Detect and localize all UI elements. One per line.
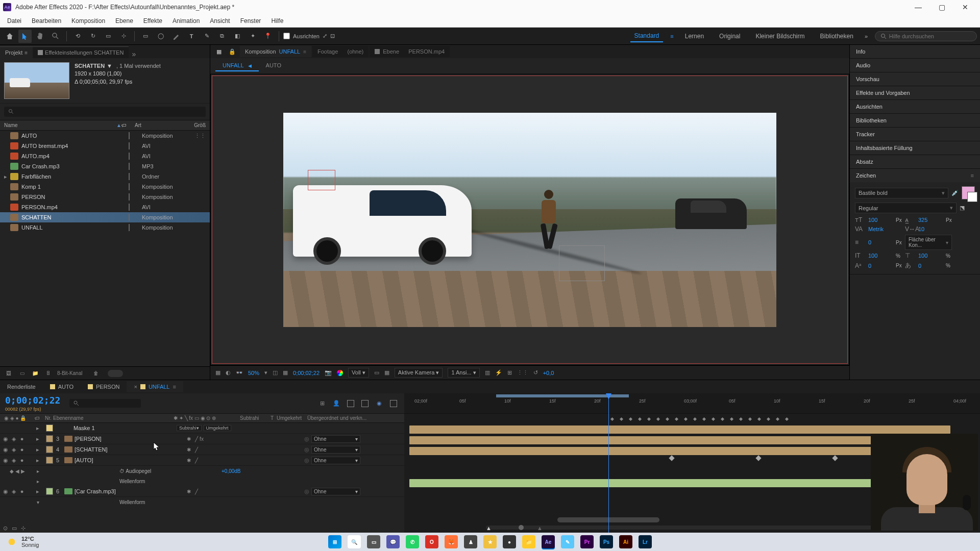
- menu-bearbeiten[interactable]: Bearbeiten: [27, 15, 66, 27]
- fill-color-swatch[interactable]: [962, 186, 975, 199]
- camera-tool[interactable]: ▭: [102, 30, 115, 43]
- sort-icon[interactable]: ▲: [116, 122, 121, 128]
- frame-blend-icon[interactable]: [345, 398, 356, 409]
- tsume[interactable]: 0: [918, 263, 943, 269]
- project-item[interactable]: Car Crash.mp3 MP3: [0, 161, 210, 171]
- panel-header[interactable]: Audio: [850, 59, 980, 72]
- workspace-overflow-icon[interactable]: »: [865, 33, 868, 39]
- leading[interactable]: 325: [918, 217, 943, 223]
- workspace-bibliotheken[interactable]: Bibliotheken: [816, 31, 857, 42]
- flowtab-auto[interactable]: AUTO: [259, 60, 288, 71]
- ellipse-tool[interactable]: ◯: [154, 30, 167, 43]
- minimize-button[interactable]: —: [906, 0, 930, 14]
- project-item[interactable]: ▸ Farbflächen Ordner: [0, 171, 210, 182]
- timeline-tab[interactable]: PERSON: [81, 381, 127, 392]
- pixel-aspect-icon[interactable]: ▥: [485, 369, 490, 376]
- reset-exp-icon[interactable]: ↺: [533, 369, 538, 376]
- project-item[interactable]: AUTO Komposition ⋮⋮: [0, 131, 210, 141]
- snap-opt2-icon[interactable]: ⊡: [330, 33, 335, 39]
- taskbar-explorer[interactable]: 📁: [520, 533, 537, 550]
- fast-preview-icon[interactable]: ⚡: [495, 369, 502, 376]
- pan-behind-tool[interactable]: ⊹: [117, 30, 130, 43]
- panel-menu-icon[interactable]: ≡: [971, 172, 974, 179]
- taskbar-ai[interactable]: Ai: [617, 533, 634, 550]
- panel-header[interactable]: Vorschau: [850, 72, 980, 86]
- comp-tab-layer[interactable]: Ebene PERSON.mp4: [370, 46, 450, 57]
- taskbar-app3[interactable]: ✎: [559, 533, 576, 550]
- grid-icon[interactable]: ▦: [283, 369, 288, 376]
- adjust-icon[interactable]: 🎚: [44, 369, 53, 378]
- font-style-select[interactable]: Regular▾: [855, 203, 957, 213]
- eraser-tool[interactable]: ◧: [231, 30, 244, 43]
- col-label[interactable]: 🏷: [121, 122, 135, 128]
- comp-mini-icon[interactable]: ⊞: [316, 398, 328, 409]
- snap-opt1-icon[interactable]: ⤢: [323, 33, 327, 39]
- workspace-kleiner[interactable]: Kleiner Bildschirm: [751, 31, 808, 42]
- toggle[interactable]: [108, 370, 123, 377]
- menu-komposition[interactable]: Komposition: [66, 15, 110, 27]
- pen-tool[interactable]: [169, 30, 183, 43]
- selection-tool[interactable]: [18, 30, 32, 43]
- new-comp-icon[interactable]: ▭: [17, 369, 27, 378]
- draft3d-icon[interactable]: [388, 398, 399, 409]
- toggle-switches-icon[interactable]: ⊙: [3, 525, 8, 532]
- hand-tool[interactable]: [34, 30, 47, 43]
- orbit-tool[interactable]: ⟲: [71, 30, 84, 43]
- close-button[interactable]: ✕: [953, 0, 977, 14]
- toggle-parent-icon[interactable]: ⊹: [21, 525, 26, 532]
- project-search[interactable]: [4, 107, 206, 117]
- channel-icon[interactable]: [337, 370, 343, 376]
- col-size[interactable]: Größ: [176, 122, 206, 128]
- toggle-modes-icon[interactable]: ▭: [12, 525, 17, 532]
- taskbar-lr[interactable]: Lr: [636, 533, 654, 550]
- text-tool[interactable]: T: [185, 30, 198, 43]
- transparency-icon[interactable]: ▦: [384, 369, 389, 376]
- project-item[interactable]: AUTO.mp4 AVI: [0, 151, 210, 161]
- flowchart-icon[interactable]: ⋮⋮: [517, 369, 528, 376]
- project-tab[interactable]: Projekt ≡: [0, 46, 33, 58]
- panel-header[interactable]: Ausrichten: [850, 100, 980, 113]
- glasses-icon[interactable]: 👓: [236, 369, 243, 376]
- layer-row[interactable]: ◉◈● ▸ 3 [PERSON] ✱ ╱ fx ◎Ohne▾: [0, 434, 404, 444]
- menu-effekte[interactable]: Effekte: [138, 15, 167, 27]
- taskbar-app1[interactable]: ♟: [462, 533, 479, 550]
- effect-controls-tab[interactable]: Effekteinstellungen SCHATTEN: [33, 46, 129, 58]
- taskbar-pr[interactable]: Pr: [578, 533, 596, 550]
- timeline-tab[interactable]: AUTO: [43, 381, 81, 392]
- views-select[interactable]: 1 Ansi... ▾: [448, 368, 479, 378]
- clone-tool[interactable]: ⧉: [215, 30, 229, 43]
- taskbar-start[interactable]: ⊞: [326, 533, 344, 550]
- panel-header[interactable]: Absatz: [850, 155, 980, 168]
- project-item[interactable]: Komp 1 Komposition: [0, 182, 210, 192]
- project-item[interactable]: UNFALL Komposition: [0, 222, 210, 233]
- baseline[interactable]: 0: [868, 263, 893, 269]
- snap-checkbox[interactable]: [283, 33, 290, 39]
- panel-header[interactable]: Effekte und Vorgaben: [850, 86, 980, 99]
- current-timecode[interactable]: 0;00;02;22: [5, 395, 60, 406]
- property-row[interactable]: ◆ ◀ ▶▸ ⏱ Audiopegel +0,00dB: [0, 466, 404, 476]
- panel-header[interactable]: Info: [850, 45, 980, 58]
- bit-depth[interactable]: 8-Bit-Kanal: [57, 370, 82, 376]
- weather-widget[interactable]: 12°CSonnig: [6, 536, 39, 548]
- taskbar-ae[interactable]: Ae: [540, 533, 557, 550]
- property-row[interactable]: ▾ Wellenform: [0, 497, 404, 507]
- rect-tool[interactable]: ▭: [139, 30, 152, 43]
- taskbar-teams[interactable]: 💬: [384, 533, 402, 550]
- mask-icon[interactable]: ◐: [226, 369, 231, 376]
- rotate-tool[interactable]: ↻: [86, 30, 100, 43]
- project-item[interactable]: PERSON Komposition: [0, 192, 210, 202]
- project-item[interactable]: SCHATTEN Komposition: [0, 212, 210, 222]
- zoom-level[interactable]: 50%: [248, 370, 259, 376]
- mask-row[interactable]: ▸ Maske 1 Subtrahi▾Umgekehrt: [0, 423, 404, 434]
- timeline-tab[interactable]: Renderliste: [0, 381, 43, 392]
- help-search[interactable]: [875, 31, 977, 41]
- taskbar-opera[interactable]: O: [423, 533, 440, 550]
- workspace-standard[interactable]: Standard: [630, 30, 664, 42]
- menu-ansicht[interactable]: Ansicht: [205, 15, 235, 27]
- menu-datei[interactable]: Datei: [2, 15, 27, 27]
- project-item[interactable]: PERSON.mp4 AVI: [0, 202, 210, 212]
- alpha-icon[interactable]: ▦: [215, 369, 220, 376]
- brush-tool[interactable]: ✎: [200, 30, 213, 43]
- exposure-value[interactable]: +0,0: [543, 370, 554, 376]
- stroke-mode-select[interactable]: Fläche über Kon...▾: [905, 235, 952, 250]
